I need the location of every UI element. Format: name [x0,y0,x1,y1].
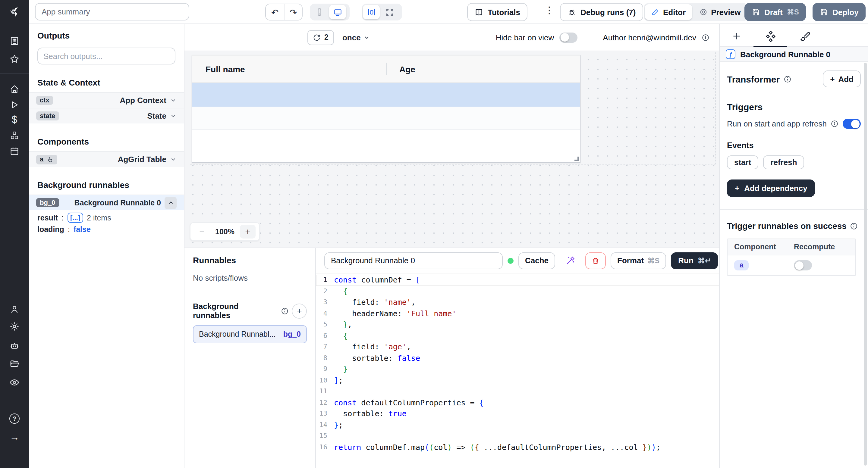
resources-cubes-icon[interactable] [9,130,20,141]
component-diamonds-icon [765,30,776,42]
components-title: Components [37,137,176,146]
editor-tab[interactable]: Editor [645,4,692,20]
draft-button[interactable]: Draft ⌘S [744,3,806,21]
tutorials-button[interactable]: Tutorials [467,3,527,21]
runs-play-icon[interactable] [10,100,19,110]
code-editor[interactable]: 1const columnDef = [2 {3 field: 'name',4… [316,273,727,468]
output-row-state[interactable]: state State [29,108,184,124]
table-header-row: Full name Age [192,56,580,83]
frequency-select[interactable]: once [342,33,370,42]
ctx-badge: ctx [36,96,53,105]
zoom-controls: − 100% + [190,222,260,241]
recompute-toggle[interactable] [794,260,812,270]
runnable-name-input[interactable] [324,252,503,269]
runnables-panel: Runnables No scripts/flows Background ru… [184,248,316,468]
refresh-count-button[interactable]: 2 [307,30,334,45]
output-row-ctx[interactable]: ctx App Context [29,92,184,108]
preview-tab[interactable]: Preview [693,4,747,20]
collapse-button[interactable] [164,197,177,209]
runnable-list-item[interactable]: Background Runnabl... bg_0 [193,325,307,343]
mobile-view-button[interactable] [311,5,328,19]
windmill-logo-icon[interactable] [8,5,21,19]
audit-eye-icon[interactable] [9,377,20,388]
add-dependency-button[interactable]: + Add dependency [727,179,815,197]
right-settings-panel: ƒ Background Runnable 0 Transformer + Ad… [719,24,868,468]
component-settings-tab[interactable] [763,29,778,43]
run-on-start-toggle[interactable] [843,119,861,129]
zoom-level: 100% [212,227,238,236]
chevron-up-icon [167,199,174,206]
app-summary-input[interactable] [35,3,189,21]
runnables-empty-text: No scripts/flows [193,273,307,282]
sidebar-nav: $ ? → [0,0,29,468]
debug-runs-label: Debug runs (7) [581,7,636,16]
background-runnables-title: Background runnables [37,180,176,190]
right-panel-header: ƒ Background Runnable 0 [720,47,868,62]
hide-bar-toggle[interactable] [559,32,578,42]
settings-gear-icon[interactable] [9,321,20,332]
trash-icon [591,256,600,265]
event-chip-start[interactable]: start [727,156,758,169]
chevron-down-icon [364,34,370,41]
search-outputs-input[interactable] [37,47,176,64]
right-panel-scrollbar[interactable] [864,63,867,466]
zoom-out-button[interactable]: − [194,225,210,238]
debug-runs-button[interactable]: Debug runs (7) [560,3,643,21]
redo-button[interactable]: ↷ [284,4,302,20]
output-row-bg0[interactable]: bg_0 Background Runnable 0 [29,195,184,210]
info-icon[interactable] [783,75,791,83]
status-dot [507,258,514,264]
bottom-panel: Runnables No scripts/flows Background ru… [184,247,719,468]
format-button[interactable]: Format ⌘S [611,252,666,269]
variables-dollar-icon[interactable]: $ [12,114,18,126]
ai-wand-button[interactable] [560,252,581,269]
event-chip-refresh[interactable]: refresh [763,156,804,169]
resize-handle[interactable] [575,157,579,161]
component-a-badge: a [734,260,749,271]
delete-runnable-button[interactable] [585,252,606,269]
schedules-calendar-icon[interactable] [9,146,20,156]
center-layout-button[interactable] [363,5,380,19]
pen-icon [651,8,659,16]
desktop-view-button[interactable] [329,5,346,19]
info-icon[interactable] [281,307,288,315]
expand-sidebar-arrow-icon[interactable]: → [10,432,19,443]
run-button[interactable]: Run ⌘↵ [671,252,718,269]
plus-icon [731,31,742,41]
user-icon[interactable] [9,304,20,315]
output-row-component-a[interactable]: a AgGrid Table [29,151,184,167]
home-icon[interactable] [9,84,20,94]
info-icon[interactable] [702,33,710,41]
cache-button[interactable]: Cache [518,252,555,269]
tutorials-label: Tutorials [488,7,520,16]
deploy-button[interactable]: Deploy [812,3,866,21]
aggrid-table-component[interactable]: Full name Age [192,55,581,163]
add-transformer-button[interactable]: + Add [823,70,861,87]
app-canvas[interactable]: Full name Age − 100% + [184,51,719,247]
chevron-down-icon [170,156,177,163]
function-icon: ƒ [726,49,735,59]
zoom-in-button[interactable]: + [240,225,255,238]
styling-tab[interactable] [798,29,812,43]
more-menu-button[interactable]: ⋮ [545,5,554,16]
add-runnable-button[interactable]: + [292,303,307,318]
bg0-label: Background Runnable 0 [74,198,161,207]
outputs-panel: Outputs State & Context ctx App Context … [29,24,184,468]
state-label: State [147,111,166,121]
windmill-app-editor: $ ? → ↶ ↷ [0,0,868,468]
workers-robot-icon[interactable] [9,341,20,351]
chevron-down-icon [170,97,177,104]
fullscreen-button[interactable] [381,5,398,19]
add-component-tab[interactable] [730,29,744,43]
info-icon[interactable] [850,222,858,230]
expand-result-chip[interactable]: [...] [67,212,83,223]
workspace-building-icon[interactable] [9,36,20,46]
info-icon[interactable] [830,120,838,128]
code-lines: 1const columnDef = [2 {3 field: 'name',4… [316,275,727,453]
undo-button[interactable]: ↶ [266,4,284,20]
folders-icon[interactable] [9,359,20,369]
help-icon[interactable]: ? [9,413,20,424]
component-a-badge: a [36,155,57,164]
run-on-start-label: Run on start and app refresh [727,119,827,128]
favorites-star-icon[interactable] [9,54,20,64]
